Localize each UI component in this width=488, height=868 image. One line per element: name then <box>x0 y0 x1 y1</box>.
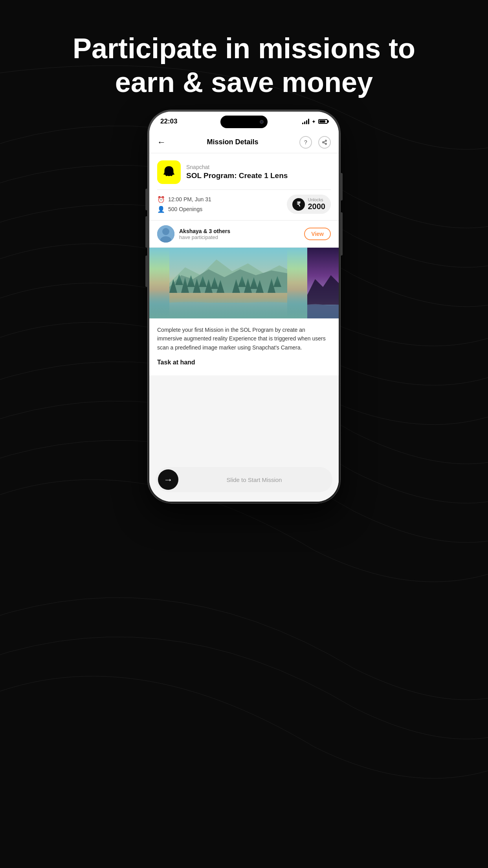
mission-images <box>149 248 339 318</box>
mute-button <box>145 189 148 210</box>
gps-icon: ✦ <box>312 119 316 125</box>
slide-button-container[interactable]: → Slide to Start Mission <box>156 467 332 492</box>
mission-meta: ⏰ 12:00 PM, Jun 31 👤 500 Openings ₹ <box>157 195 331 214</box>
dynamic-island <box>220 116 268 128</box>
avatar-svg <box>157 225 174 243</box>
slide-arrow-button[interactable]: → <box>158 469 178 490</box>
svg-rect-9 <box>169 303 287 318</box>
nav-action-icons: ? <box>299 136 331 149</box>
status-time: 22:03 <box>160 118 177 125</box>
participant-avatar <box>157 225 174 243</box>
datetime-row: ⏰ 12:00 PM, Jun 31 <box>157 196 211 203</box>
unlock-text: Unlocks 2000 <box>308 198 326 211</box>
headline-line2: earn & save money <box>24 65 464 99</box>
task-section: Task at hand <box>149 359 339 375</box>
participant-info: Akshaya & 3 others have participated <box>179 228 230 240</box>
svg-point-6 <box>162 228 169 235</box>
headline: Participate in missions to earn & save m… <box>0 31 488 99</box>
landscape-2-svg <box>307 248 339 318</box>
divider <box>157 189 331 190</box>
datetime-text: 12:00 PM, Jun 31 <box>168 196 211 202</box>
signal-icon <box>302 119 309 124</box>
arrow-icon: → <box>163 474 173 485</box>
volume-button-right <box>340 212 343 256</box>
battery-icon <box>318 119 328 124</box>
unlock-label: Unlocks <box>308 198 326 202</box>
currency-symbol: ₹ <box>297 200 301 208</box>
snapchat-logo <box>157 160 181 184</box>
participants-row: Akshaya & 3 others have participated Vie… <box>149 221 339 248</box>
mission-title-block: Snapchat SOL Program: Create 1 Lens <box>186 164 288 180</box>
unlock-amount: 2000 <box>308 202 326 211</box>
mission-name: SOL Program: Create 1 Lens <box>186 171 288 180</box>
headline-line1: Participate in missions to <box>24 31 464 65</box>
svg-point-1 <box>323 142 324 143</box>
nav-title: Mission Details <box>207 138 258 146</box>
task-title: Task at hand <box>157 359 331 366</box>
volume-up-button <box>145 216 148 248</box>
nav-bar: ← Mission Details ? <box>149 131 339 153</box>
landscape-1-svg <box>149 248 307 318</box>
back-button[interactable]: ← <box>157 137 166 147</box>
clock-icon: ⏰ <box>157 196 165 203</box>
svg-rect-11 <box>307 305 339 318</box>
description-section: Complete your first Mission in the SOL P… <box>149 318 339 359</box>
svg-point-0 <box>325 140 327 142</box>
share-button[interactable] <box>318 136 331 149</box>
participant-left: Akshaya & 3 others have participated <box>157 225 230 243</box>
unlock-badge: ₹ Unlocks 2000 <box>287 195 331 214</box>
phone-screen: 22:03 ✦ <box>149 112 339 502</box>
people-icon: 👤 <box>157 206 165 213</box>
openings-row: 👤 500 Openings <box>157 206 211 213</box>
openings-text: 500 Openings <box>168 206 202 212</box>
phone-outer: 22:03 ✦ <box>148 110 340 503</box>
svg-point-2 <box>325 143 327 145</box>
participant-sub: have participated <box>179 234 230 240</box>
phone-mockup: 22:03 ✦ <box>148 110 340 503</box>
rupee-icon: ₹ <box>292 198 305 211</box>
power-button <box>340 173 343 200</box>
svg-line-4 <box>324 141 325 142</box>
volume-down-button <box>145 256 148 287</box>
participant-name: Akshaya & 3 others <box>179 228 230 234</box>
help-button[interactable]: ? <box>299 136 312 149</box>
slide-label: Slide to Start Mission <box>178 476 330 483</box>
snapchat-ghost-icon <box>161 165 176 180</box>
avatar-image <box>157 225 174 243</box>
mission-brand: Snapchat <box>186 164 288 170</box>
mission-image-1 <box>149 248 307 318</box>
svg-line-3 <box>324 142 325 143</box>
phone-content: Snapchat SOL Program: Create 1 Lens ⏰ 12… <box>149 153 339 502</box>
status-icons: ✦ <box>302 119 328 125</box>
description-text: Complete your first Mission in the SOL P… <box>157 326 331 352</box>
camera-dot <box>260 120 264 124</box>
help-icon: ? <box>304 139 307 145</box>
svg-rect-8 <box>169 248 287 318</box>
status-bar: 22:03 ✦ <box>149 112 339 131</box>
view-participants-button[interactable]: View <box>304 228 331 240</box>
battery-fill <box>319 120 325 123</box>
mission-card: Snapchat SOL Program: Create 1 Lens ⏰ 12… <box>149 153 339 221</box>
meta-left: ⏰ 12:00 PM, Jun 31 👤 500 Openings <box>157 196 211 213</box>
mission-image-2 <box>307 248 339 318</box>
mission-header: Snapchat SOL Program: Create 1 Lens <box>157 160 331 184</box>
share-icon <box>322 140 327 145</box>
